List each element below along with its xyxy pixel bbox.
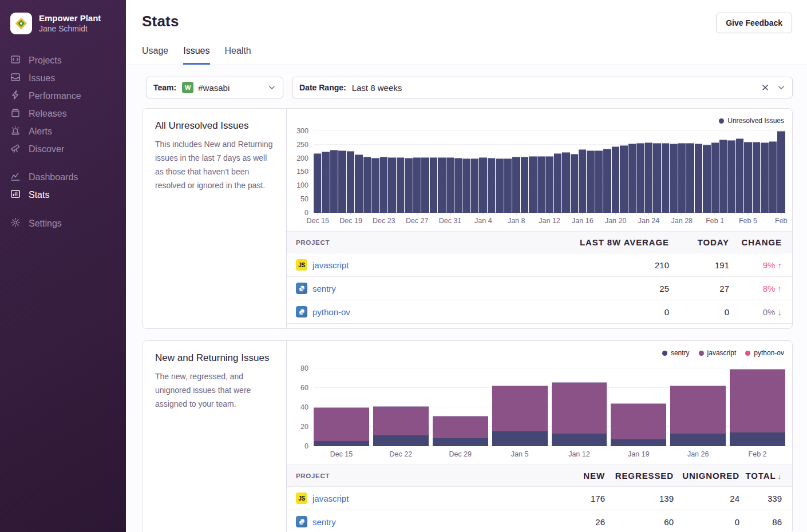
daily-bar[interactable] <box>371 158 379 213</box>
daily-bar[interactable] <box>678 143 686 213</box>
weekly-stacked-bar[interactable] <box>670 386 726 446</box>
daily-bar[interactable] <box>322 152 329 213</box>
daily-bar[interactable] <box>438 157 445 213</box>
daily-bar[interactable] <box>446 157 454 213</box>
sidebar-item-projects[interactable]: Projects <box>0 51 126 69</box>
daily-bar[interactable] <box>397 157 404 213</box>
daily-bar[interactable] <box>645 142 652 213</box>
sidebar-item-discover[interactable]: Discover <box>0 140 126 158</box>
date-range-select[interactable]: Date Range: Last 8 weeks <box>292 77 793 98</box>
sidebar-item-performance[interactable]: Performance <box>0 87 126 105</box>
legend-item-python-ov[interactable]: python-ov <box>745 349 784 357</box>
daily-bar[interactable] <box>620 145 627 213</box>
daily-bar[interactable] <box>479 157 486 213</box>
sidebar-item-alerts[interactable]: Alerts <box>0 122 126 140</box>
daily-bar[interactable] <box>612 146 619 213</box>
tab-health[interactable]: Health <box>225 46 251 65</box>
daily-bar[interactable] <box>462 158 470 213</box>
daily-bar[interactable] <box>727 140 735 213</box>
daily-bar[interactable] <box>603 149 611 213</box>
daily-bar[interactable] <box>347 151 354 213</box>
daily-bar[interactable] <box>380 157 387 213</box>
daily-bar[interactable] <box>471 158 478 213</box>
weekly-stacked-bar[interactable] <box>314 407 369 446</box>
weekly-stacked-bar[interactable] <box>552 382 607 446</box>
daily-bar[interactable] <box>330 150 338 213</box>
daily-bar[interactable] <box>388 157 395 213</box>
daily-bar[interactable] <box>421 157 429 213</box>
sidebar-item-stats[interactable]: Stats <box>0 186 126 204</box>
daily-bar[interactable] <box>571 154 578 213</box>
daily-bar[interactable] <box>355 154 362 213</box>
daily-bar[interactable] <box>628 144 636 213</box>
legend-label: sentry <box>671 349 690 357</box>
org-switcher[interactable]: Empower Plant Jane Schmidt <box>0 13 126 34</box>
legend-item-javascript[interactable]: javascript <box>699 349 737 357</box>
daily-bar[interactable] <box>753 142 760 213</box>
weekly-stacked-bar[interactable] <box>492 386 548 446</box>
daily-bar[interactable] <box>670 144 677 213</box>
daily-bar[interactable] <box>496 158 503 213</box>
tab-usage[interactable]: Usage <box>142 46 168 65</box>
tab-issues[interactable]: Issues <box>183 46 209 65</box>
daily-bar[interactable] <box>595 150 603 213</box>
daily-bar[interactable] <box>769 141 777 213</box>
daily-bar[interactable] <box>314 153 321 213</box>
daily-bar[interactable] <box>777 131 785 213</box>
daily-bar[interactable] <box>430 157 437 213</box>
daily-bar[interactable] <box>711 142 719 213</box>
daily-bar[interactable] <box>686 143 694 213</box>
daily-bar[interactable] <box>695 144 702 213</box>
weekly-stacked-bar[interactable] <box>373 406 429 446</box>
dashboards-icon <box>10 171 21 184</box>
daily-bar[interactable] <box>736 138 743 213</box>
daily-bar[interactable] <box>529 156 536 213</box>
daily-bar[interactable] <box>662 143 669 213</box>
daily-bar[interactable] <box>545 156 553 213</box>
python-project-icon <box>296 283 307 294</box>
weekly-stacked-bar[interactable] <box>611 403 666 446</box>
project-link[interactable]: javascript <box>312 260 349 270</box>
project-link[interactable]: python-ov <box>312 307 350 317</box>
weekly-stacked-bar[interactable] <box>433 416 488 446</box>
project-link[interactable]: javascript <box>312 494 349 503</box>
sidebar-item-settings[interactable]: Settings <box>0 215 126 232</box>
daily-bar[interactable] <box>338 150 346 213</box>
daily-bar[interactable] <box>587 150 594 213</box>
sidebar-item-issues[interactable]: Issues <box>0 69 126 87</box>
team-select[interactable]: Team: W #wasabi <box>146 77 283 98</box>
daily-bar[interactable] <box>512 157 520 213</box>
daily-bar[interactable] <box>744 142 751 213</box>
daily-bar[interactable] <box>363 157 371 213</box>
table-row: sentry 26 60 0 86 <box>287 510 792 532</box>
column-header-total[interactable]: Total↓ <box>739 471 792 481</box>
give-feedback-button[interactable]: Give Feedback <box>716 13 792 33</box>
daily-bar[interactable] <box>488 158 495 213</box>
daily-bar[interactable] <box>761 142 768 213</box>
daily-bar[interactable] <box>579 149 586 213</box>
project-link[interactable]: sentry <box>312 517 336 527</box>
trend-down-icon: ↓ <box>778 307 782 317</box>
weekly-stacked-bar[interactable] <box>730 369 785 446</box>
daily-bar[interactable] <box>636 143 644 213</box>
legend-item-sentry[interactable]: sentry <box>662 349 690 357</box>
daily-bar[interactable] <box>562 152 569 213</box>
sidebar-item-dashboards[interactable]: Dashboards <box>0 168 126 186</box>
project-link[interactable]: sentry <box>312 284 336 293</box>
clear-date-icon[interactable] <box>761 84 769 92</box>
daily-bar[interactable] <box>719 140 727 213</box>
daily-bar[interactable] <box>413 157 421 213</box>
daily-bar[interactable] <box>537 156 545 213</box>
sidebar-item-label: Issues <box>29 73 55 84</box>
daily-bar[interactable] <box>521 157 528 213</box>
daily-bar[interactable] <box>703 145 710 213</box>
unresolved-chart-plot: 050100150200250300 <box>314 128 785 213</box>
daily-bar[interactable] <box>405 158 412 213</box>
daily-bar[interactable] <box>653 143 660 213</box>
daily-bar[interactable] <box>454 158 462 213</box>
daily-bar[interactable] <box>504 158 512 213</box>
trend-up-icon: ↑ <box>778 284 782 293</box>
sidebar-item-releases[interactable]: Releases <box>0 105 126 122</box>
legend-item-unresolved[interactable]: Unresolved Issues <box>719 117 784 125</box>
daily-bar[interactable] <box>554 153 561 213</box>
